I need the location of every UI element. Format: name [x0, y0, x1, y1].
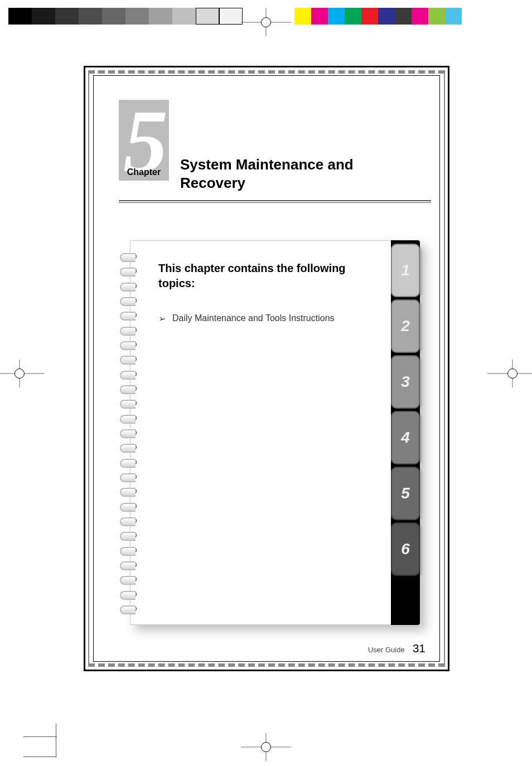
- color-swatch: [428, 8, 445, 25]
- spiral-ring-icon: [121, 398, 138, 408]
- color-swatch: [328, 8, 345, 25]
- gray-swatch: [79, 8, 102, 25]
- spiral-ring-icon: [121, 251, 138, 261]
- spiral-ring-icon: [121, 501, 138, 511]
- chapter-label: Chapter: [119, 167, 169, 177]
- spiral-binding-icon: [121, 251, 138, 614]
- spiral-ring-icon: [121, 530, 138, 540]
- chapter-number-box: 5 Chapter: [119, 100, 169, 181]
- spiral-ring-icon: [121, 574, 138, 584]
- color-swatch: [378, 8, 395, 25]
- gray-swatch: [125, 8, 149, 25]
- color-swatch: [445, 8, 462, 25]
- spiral-ring-icon: [121, 428, 138, 438]
- topic-item: ➢Daily Maintenance and Tools Instruction…: [158, 313, 374, 324]
- gray-swatch: [32, 8, 55, 25]
- notebook-tab-3[interactable]: 3: [391, 355, 420, 409]
- color-swatch: [395, 8, 412, 25]
- color-swatch: [361, 8, 378, 25]
- notebook-intro: This chapter contains the following topi…: [158, 261, 374, 291]
- spiral-ring-icon: [121, 310, 138, 320]
- spiral-ring-icon: [121, 589, 138, 599]
- gray-swatch: [55, 8, 79, 25]
- spiral-ring-icon: [121, 325, 138, 335]
- bullet-chevron-icon: ➢: [158, 313, 166, 324]
- topic-text: Daily Maintenance and Tools Instructions: [172, 313, 335, 323]
- registration-crosshair-right: [504, 365, 521, 382]
- footer-label: User Guide: [368, 646, 405, 654]
- spiral-ring-icon: [121, 442, 138, 452]
- page-number: 31: [413, 642, 425, 655]
- spiral-ring-icon: [121, 281, 138, 291]
- spiral-ring-icon: [121, 266, 138, 276]
- notebook: 123456 This chapter contains the followi…: [130, 240, 420, 625]
- chapter-number-block: 5 Chapter: [119, 100, 169, 181]
- spiral-ring-icon: [121, 516, 138, 526]
- notebook-tab-5[interactable]: 5: [391, 467, 420, 520]
- page-footer: User Guide 31: [368, 642, 425, 655]
- gray-swatch-row: [8, 8, 243, 25]
- notebook-tab-4[interactable]: 4: [391, 411, 420, 464]
- spiral-ring-icon: [121, 413, 138, 423]
- notebook-page: This chapter contains the following topi…: [130, 240, 391, 625]
- color-swatch-row: [294, 8, 462, 25]
- spiral-ring-icon: [121, 295, 138, 306]
- gray-swatch: [172, 8, 196, 25]
- registration-crosshair-top: [258, 14, 274, 31]
- notebook-tab-2[interactable]: 2: [391, 299, 420, 353]
- color-swatch: [294, 8, 311, 25]
- spiral-ring-icon: [121, 340, 138, 350]
- color-swatch: [412, 8, 428, 25]
- spiral-ring-icon: [121, 354, 138, 364]
- spiral-ring-icon: [121, 560, 138, 570]
- gray-swatch: [149, 8, 172, 25]
- spiral-ring-icon: [121, 384, 138, 394]
- color-swatch: [345, 8, 361, 25]
- notebook-tab-1[interactable]: 1: [391, 244, 420, 297]
- spiral-ring-icon: [121, 369, 138, 379]
- spiral-ring-icon: [121, 486, 138, 496]
- spiral-ring-icon: [121, 545, 138, 555]
- spiral-ring-icon: [121, 604, 138, 614]
- notebook-tab-6[interactable]: 6: [391, 522, 420, 576]
- registration-crosshair-bottom: [258, 739, 274, 755]
- gray-swatch: [102, 8, 125, 25]
- chapter-title-rule: [119, 200, 431, 203]
- gray-swatch: [8, 8, 32, 25]
- chapter-title: System Maintenance and Recovery: [180, 156, 414, 192]
- gray-swatch: [219, 8, 243, 25]
- gray-swatch: [196, 8, 219, 25]
- spiral-ring-icon: [121, 457, 138, 467]
- registration-crosshair-left: [11, 365, 28, 382]
- color-swatch: [311, 8, 328, 25]
- spiral-ring-icon: [121, 472, 138, 482]
- crop-mark-bottom-left: [23, 724, 57, 757]
- page-frame: 5 Chapter System Maintenance and Recover…: [84, 66, 449, 671]
